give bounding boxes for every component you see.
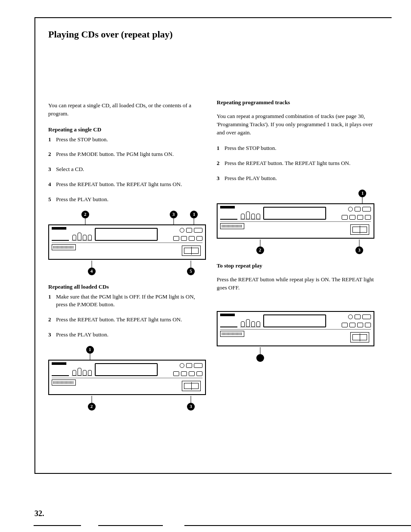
callout-marker: 2 xyxy=(88,403,96,411)
device-illustration xyxy=(48,224,206,260)
step-number: 2 xyxy=(48,316,56,324)
page-frame: Playing CDs over (repeat play) You can r… xyxy=(34,17,392,474)
figure-stop-repeat xyxy=(217,297,374,362)
body-stop-repeat: Press the REPEAT button while repeat pla… xyxy=(217,276,374,292)
heading-stop-repeat: To stop repeat play xyxy=(217,262,374,270)
step-text: Press the STOP button. xyxy=(224,144,374,152)
steps-repeat-single: 1Press the STOP button. 2Press the P.MOD… xyxy=(48,136,206,204)
callout-marker: 3 xyxy=(170,211,177,218)
step-text: Select a CD. xyxy=(56,165,206,174)
step-text: Press the P.MODE button. The PGM light t… xyxy=(56,150,206,159)
device-illustration xyxy=(217,311,374,346)
step-number: 1 xyxy=(217,144,224,152)
step-text: Press the REPEAT button. The REPEAT ligh… xyxy=(56,180,206,189)
callout-marker: 4 xyxy=(88,268,96,275)
step-number: 2 xyxy=(217,159,224,168)
step-number: 4 xyxy=(48,180,56,189)
heading-repeat-programmed: Repeating programmed tracks xyxy=(217,99,374,107)
intro-text: You can repeat a single CD, all loaded C… xyxy=(48,102,206,118)
heading-repeat-single: Repeating a single CD xyxy=(48,126,206,134)
callout-marker: 3 xyxy=(187,403,195,411)
steps-repeat-programmed: 1Press the STOP button. 2Press the REPEA… xyxy=(217,144,374,183)
right-column: Repeating programmed tracks You can repe… xyxy=(217,96,374,418)
callout-marker: 2 xyxy=(81,211,89,218)
callout-marker: 3 xyxy=(355,246,363,254)
page-number: 32. xyxy=(34,509,44,518)
callout-marker: 1 xyxy=(190,211,198,218)
device-illustration xyxy=(48,360,206,395)
step-number: 3 xyxy=(48,165,56,174)
callout-marker: 1 xyxy=(86,346,94,354)
step-number: 2 xyxy=(48,150,56,159)
heading-repeat-all: Repeating all loaded CDs xyxy=(48,283,206,291)
step-text: Press the PLAY button. xyxy=(56,331,206,339)
step-number: 1 xyxy=(48,136,56,144)
callout-marker xyxy=(256,354,264,362)
step-number: 3 xyxy=(48,331,56,339)
step-text: Press the STOP button. xyxy=(56,136,206,144)
callout-marker: 1 xyxy=(358,190,366,197)
callout-marker: 2 xyxy=(256,246,264,254)
step-number: 1 xyxy=(48,293,56,309)
step-text: Press the PLAY button. xyxy=(224,174,374,183)
callout-marker: 5 xyxy=(187,268,195,275)
figure-repeat-all: 1 xyxy=(48,346,206,411)
figure-repeat-programmed: 1 xyxy=(217,190,374,254)
step-text: Press the REPEAT button. The REPEAT ligh… xyxy=(224,159,374,168)
left-column: You can repeat a single CD, all loaded C… xyxy=(48,96,206,418)
page-title: Playing CDs over (repeat play) xyxy=(48,29,374,40)
device-illustration xyxy=(217,203,374,239)
step-text: Press the PLAY button. xyxy=(56,196,206,204)
step-text: Press the REPEAT button. The REPEAT ligh… xyxy=(56,316,206,324)
step-number: 5 xyxy=(48,196,56,204)
footer-rule xyxy=(34,525,411,526)
step-text: Make sure that the PGM light is OFF. If … xyxy=(56,293,206,309)
steps-repeat-all: 1Make sure that the PGM light is OFF. If… xyxy=(48,293,206,339)
figure-repeat-single: 2 3 1 xyxy=(48,211,206,275)
step-number: 3 xyxy=(217,174,224,183)
intro-programmed: You can repeat a programmed combination … xyxy=(217,112,374,137)
brand-plate xyxy=(52,228,69,241)
